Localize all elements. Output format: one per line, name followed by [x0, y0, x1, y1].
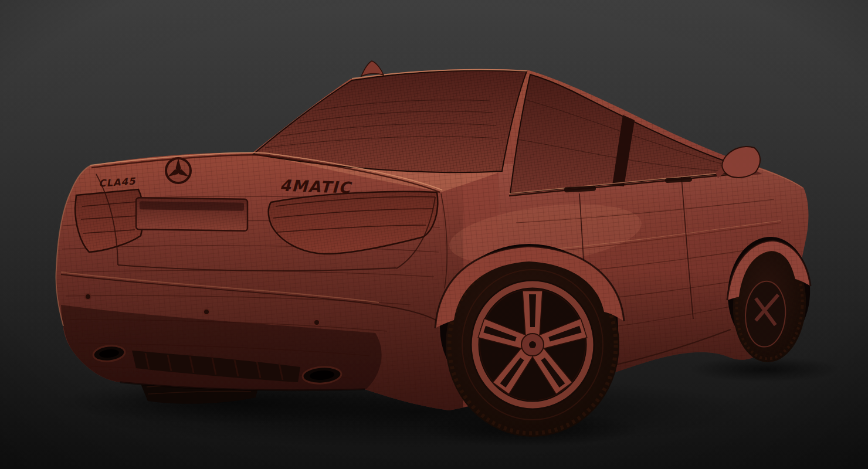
vignette-overlay — [0, 0, 868, 469]
viewport-canvas[interactable]: Wireframe-shaded 3D model of a Mercedes-… — [0, 0, 868, 469]
